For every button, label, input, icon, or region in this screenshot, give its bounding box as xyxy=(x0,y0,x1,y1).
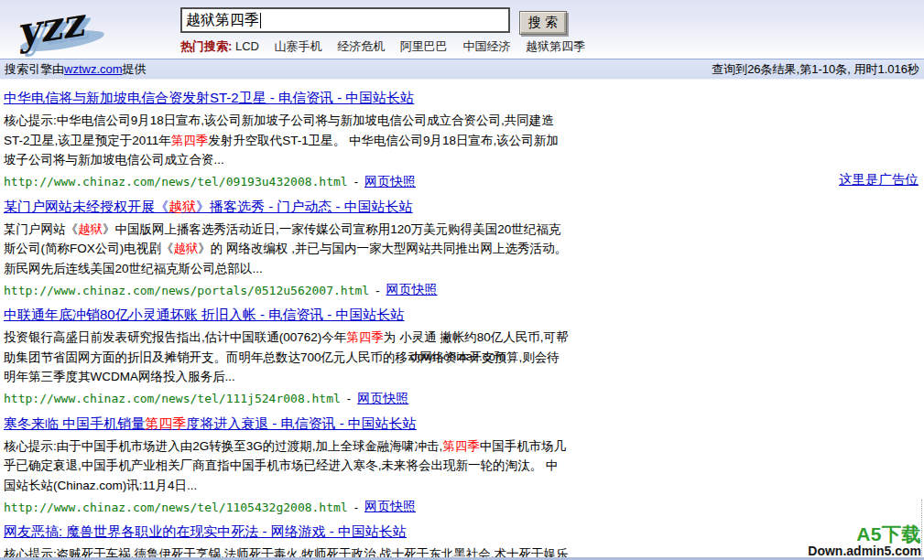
search-result-5: 网友恶搞: 魔兽世界各职业的在现实中死法 - 网络游戏 - 中国站长站 核心提示… xyxy=(4,523,570,560)
url-separator: - xyxy=(347,392,351,405)
hot-search-label: 热门搜索: xyxy=(180,39,232,53)
a5-logo-text: A5下载 xyxy=(808,524,921,544)
search-input-value: 越狱第四季 xyxy=(186,11,259,30)
hot-search-item-economy[interactable]: 中国经济 xyxy=(462,39,510,53)
url-separator: - xyxy=(375,284,379,297)
search-input[interactable]: 越狱第四季 xyxy=(180,7,510,33)
results-area: 这里是广告位 down.chinaz.com 中华电信将与新加坡电信合资发射ST… xyxy=(0,80,924,560)
url-separator: - xyxy=(354,501,358,514)
result-title-link[interactable]: 寒冬来临 中国手机销量第四季度将进入衰退 - 电信资讯 - 中国站长站 xyxy=(4,415,417,433)
page-header: yzz yzz 越狱第四季 搜 索 热门搜索: LCD 山寨手机 经济危机 阿里… xyxy=(0,0,924,59)
snapshot-link[interactable]: 网页快照 xyxy=(364,174,416,190)
result-title-link[interactable]: 中华电信将与新加坡电信合资发射ST-2卫星 - 电信资讯 - 中国站长站 xyxy=(4,90,414,107)
snapshot-link[interactable]: 网页快照 xyxy=(357,391,408,407)
center-watermark: down.chinaz.com xyxy=(410,350,505,363)
ad-placeholder-link[interactable]: 这里是广告位 xyxy=(839,171,919,188)
status-bar: 搜索引擎由wztwz.com提供 查询到26条结果,第1-10条, 用时1.01… xyxy=(0,59,924,80)
result-description: 核心提示:中华电信公司9月18日宣布,该公司新加坡子公司将与新加坡电信公司成立合… xyxy=(4,111,570,170)
result-title-link[interactable]: 网友恶搞: 魔兽世界各职业的在现实中死法 - 网络游戏 - 中国站长站 xyxy=(4,523,407,541)
engine-credit: 搜索引擎由wztwz.com提供 xyxy=(5,61,147,78)
hot-search-item-crisis[interactable]: 经济危机 xyxy=(337,39,385,53)
a5-download-watermark: A5下载 Down.admin5.com xyxy=(808,524,921,557)
hot-search-item-alibaba[interactable]: 阿里巴巴 xyxy=(400,39,448,53)
result-title-link[interactable]: 中联通年底冲销80亿小灵通坏账 折旧入帐 - 电信资讯 - 中国站长站 xyxy=(4,307,405,324)
result-url: http://www.chinaz.com/news/tel/09193u432… xyxy=(4,175,348,188)
hot-search-row: 热门搜索: LCD 山寨手机 经济危机 阿里巴巴 中国经济 越狱第四季 xyxy=(180,38,597,55)
result-url: http://www.chinaz.com/news/portals/0512u… xyxy=(4,284,369,297)
engine-credit-suffix: 提供 xyxy=(123,62,147,76)
hot-search-item-prisonbreak[interactable]: 越狱第四季 xyxy=(526,39,585,53)
site-logo: yzz yzz xyxy=(5,2,115,59)
right-edge-divider xyxy=(921,500,922,560)
text-caret xyxy=(260,13,261,28)
search-result-4: 寒冬来临 中国手机销量第四季度将进入衰退 - 电信资讯 - 中国站长站 核心提示… xyxy=(4,415,570,516)
search-result-1: 中华电信将与新加坡电信合资发射ST-2卫星 - 电信资讯 - 中国站长站 核心提… xyxy=(4,90,570,190)
result-description: 某门户网站《越狱》中国版网上播客选秀活动近日,一家传媒公司宣称用120万美元购得… xyxy=(4,220,570,279)
snapshot-link[interactable]: 网页快照 xyxy=(364,499,416,515)
hot-search-item-shanzhai[interactable]: 山寨手机 xyxy=(275,39,322,53)
result-title-link[interactable]: 某门户网站未经授权开展《越狱》播客选秀 - 门户动态 - 中国站长站 xyxy=(4,199,413,216)
result-description: 核心提示:由于中国手机市场进入由2G转换至3G的过渡期,加上全球金融海啸冲击,第… xyxy=(4,436,570,496)
search-button[interactable]: 搜 索 xyxy=(519,11,567,35)
search-result-2: 某门户网站未经授权开展《越狱》播客选秀 - 门户动态 - 中国站长站 某门户网站… xyxy=(4,199,570,299)
result-stats: 查询到26条结果,第1-10条, 用时1.016秒 xyxy=(712,61,919,78)
engine-credit-prefix: 搜索引擎由 xyxy=(5,62,64,76)
snapshot-link[interactable]: 网页快照 xyxy=(386,282,438,298)
url-separator: - xyxy=(354,175,358,188)
engine-link[interactable]: wztwz.com xyxy=(64,62,123,76)
a5-logo-domain: Down.admin5.com xyxy=(808,544,921,557)
hot-search-item-lcd[interactable]: LCD xyxy=(235,39,259,53)
result-url: http://www.chinaz.com/news/tel/1105432g2… xyxy=(4,501,348,514)
result-url: http://www.chinaz.com/news/tel/111j524r0… xyxy=(4,392,341,405)
